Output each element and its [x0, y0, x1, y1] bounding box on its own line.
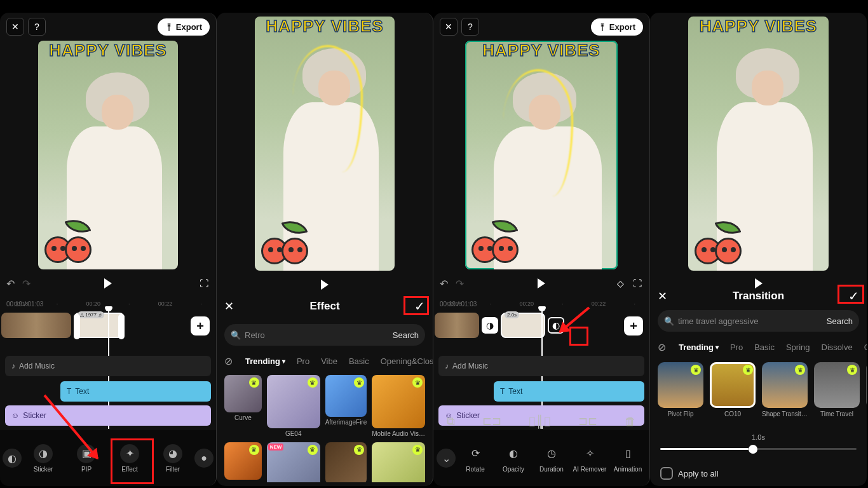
- trim-right-icon[interactable]: ⊐⊏: [578, 414, 597, 428]
- tool-rotate[interactable]: ⟳ Rotate: [457, 444, 494, 473]
- copy-icon[interactable]: ⧉: [447, 415, 455, 428]
- tool-duration[interactable]: ◷ Duration: [533, 444, 570, 473]
- duration-slider[interactable]: [660, 445, 857, 454]
- undo-icon[interactable]: ↶: [6, 278, 15, 290]
- clip-selected[interactable]: 2.0s: [501, 313, 545, 338]
- tool-opacity[interactable]: ◐ Opacity: [495, 444, 532, 473]
- clip-prev[interactable]: [1, 313, 71, 338]
- close-icon[interactable]: ✕: [440, 18, 458, 36]
- close-icon[interactable]: ✕: [6, 18, 24, 36]
- checkbox-icon[interactable]: [660, 467, 673, 480]
- tab-dissolve[interactable]: Dissolve: [822, 342, 853, 352]
- transition-node[interactable]: ◑: [482, 317, 498, 334]
- effect-item[interactable]: ♛ GE02: [325, 442, 367, 482]
- tool-prev[interactable]: ◐: [6, 449, 18, 468]
- effect-item[interactable]: ♛ AfterimageFire: [325, 375, 367, 437]
- effect-item[interactable]: NEW♛ Fashion Packagi…: [267, 442, 320, 482]
- tool-effect[interactable]: ✦ Effect: [111, 444, 148, 473]
- add-music-track[interactable]: ♪ Add Music: [438, 356, 644, 376]
- collapse-button[interactable]: ⌄: [437, 449, 456, 468]
- tool-ai-remover[interactable]: ✧ AI Remover: [571, 444, 608, 473]
- tab-basic[interactable]: Basic: [349, 356, 369, 366]
- confirm-icon[interactable]: ✓: [848, 288, 859, 304]
- transition-item[interactable]: ♛ Shape Transiti…: [762, 362, 808, 432]
- search-input[interactable]: time travel aggressive: [678, 316, 758, 326]
- tab-vibe[interactable]: Vibe: [321, 356, 337, 366]
- help-icon[interactable]: ?: [28, 18, 46, 36]
- text-track[interactable]: T Text: [60, 381, 211, 402]
- effect-search[interactable]: 🔍 Retro Search: [224, 324, 425, 346]
- undo-icon[interactable]: ↶: [440, 278, 448, 290]
- transition-search[interactable]: 🔍 time travel aggressive Search: [658, 310, 859, 332]
- split-icon[interactable]: ⌷║⌷: [529, 415, 551, 428]
- tab-pro[interactable]: Pro: [297, 356, 309, 366]
- add-music-track[interactable]: ♪ Add Music: [5, 356, 211, 376]
- tool-animation[interactable]: ▯ Animation: [609, 444, 646, 473]
- timeline[interactable]: △ 1977 ♬: [0, 311, 184, 339]
- clip-selected[interactable]: △ 1977 ♬: [74, 313, 125, 338]
- sticker-icon: ◑: [34, 444, 53, 463]
- transition-node-active[interactable]: ◐: [548, 317, 564, 334]
- sticker-track[interactable]: ☺ Sticker: [5, 405, 211, 426]
- tool-sticker[interactable]: ◑ Sticker: [25, 444, 62, 473]
- redo-icon[interactable]: ↷: [22, 278, 31, 290]
- overlay-title: HAPPY VIBES: [465, 41, 618, 60]
- export-button[interactable]: ⭱ Export: [591, 18, 643, 36]
- confirm-icon[interactable]: ✓: [414, 299, 425, 314]
- add-clip-button[interactable]: +: [191, 316, 210, 336]
- tool-next[interactable]: ●: [198, 449, 210, 468]
- search-go[interactable]: Search: [827, 316, 853, 326]
- play-button[interactable]: [321, 280, 329, 290]
- export-button[interactable]: ⭱ Export: [158, 18, 210, 36]
- video-preview[interactable]: HAPPY VIBES: [38, 41, 178, 269]
- clip-prev[interactable]: [435, 313, 479, 338]
- tab-trending[interactable]: Trending▾: [679, 342, 719, 352]
- export-icon: ⭱: [165, 22, 173, 32]
- search-input[interactable]: Retro: [245, 330, 265, 340]
- clip-handle-left[interactable]: [74, 314, 80, 339]
- tab-pro[interactable]: Pro: [730, 342, 743, 352]
- fullscreen-icon[interactable]: ⛶: [633, 278, 642, 288]
- transition-item[interactable]: ♛ CO10: [710, 362, 756, 432]
- apply-to-all[interactable]: Apply to all: [660, 467, 857, 480]
- tab-basic[interactable]: Basic: [754, 342, 775, 352]
- clip-handle-right[interactable]: [118, 314, 125, 339]
- video-preview: HAPPY VIBES: [255, 17, 395, 271]
- tool-pip[interactable]: ▣ PIP: [68, 444, 105, 473]
- tab-trending[interactable]: Trending▾: [245, 356, 285, 366]
- tab-glitch[interactable]: Glit: [864, 342, 867, 352]
- effect-tabs: ⊘ Trending▾ Pro Vibe Basic Opening&Closi…: [224, 351, 433, 371]
- crop-icon[interactable]: ◇: [617, 278, 624, 288]
- help-icon[interactable]: ?: [461, 18, 479, 36]
- effect-item[interactable]: ♛ Curve: [224, 375, 262, 437]
- transition-item[interactable]: [866, 362, 867, 432]
- video-preview[interactable]: HAPPY VIBES: [465, 41, 618, 269]
- transition-item[interactable]: ♛ Pivot Flip: [658, 362, 703, 432]
- effect-item[interactable]: ♛ GE04: [267, 375, 320, 437]
- play-button[interactable]: [104, 278, 112, 288]
- timeline[interactable]: ◑ 2.0s ◐: [433, 311, 618, 339]
- duration-label: 1.0s: [650, 433, 867, 441]
- no-filter-icon[interactable]: ⊘: [224, 355, 233, 367]
- panel-transition-drawer: HAPPY VIBES ✕ Transition ✓ 🔍 time travel…: [650, 13, 867, 486]
- close-icon[interactable]: ✕: [658, 289, 667, 303]
- tab-opening[interactable]: Opening&Closing: [381, 356, 433, 366]
- delete-icon[interactable]: 🗑: [625, 415, 636, 428]
- search-go[interactable]: Search: [393, 330, 419, 340]
- tab-spring[interactable]: Spring: [786, 342, 810, 352]
- close-icon[interactable]: ✕: [224, 299, 234, 313]
- overlay-title: HAPPY VIBES: [255, 17, 395, 36]
- panel-effect-drawer: HAPPY VIBES ✕ Effect ✓ 🔍 Retro Search ⊘ …: [217, 13, 433, 486]
- fullscreen-icon[interactable]: ⛶: [200, 278, 208, 288]
- add-clip-button[interactable]: +: [624, 316, 643, 336]
- transition-item[interactable]: ♛ Time Travel: [814, 362, 860, 432]
- effect-item[interactable]: ♛ Chaos01: [224, 442, 262, 482]
- trim-left-icon[interactable]: ⊏⊐: [482, 414, 501, 428]
- effect-item[interactable]: ♛ SM04: [372, 442, 425, 482]
- text-track[interactable]: T Text: [494, 381, 644, 402]
- no-filter-icon[interactable]: ⊘: [658, 341, 666, 353]
- effect-item[interactable]: ♛ Mobile Audio Vis…: [372, 375, 425, 437]
- play-button[interactable]: [538, 278, 545, 288]
- redo-icon[interactable]: ↷: [456, 278, 464, 290]
- tool-filter[interactable]: ◕ Filter: [154, 444, 191, 473]
